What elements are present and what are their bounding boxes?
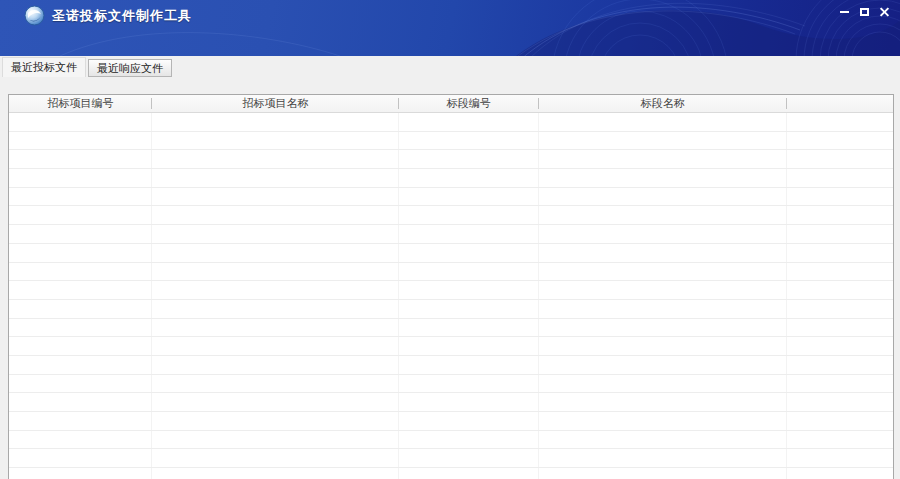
table-cell bbox=[787, 206, 893, 224]
titlebar[interactable]: 圣诺投标文件制作工具 bbox=[0, 0, 900, 56]
tab-strip: 最近投标文件最近响应文件 bbox=[2, 57, 172, 77]
table-cell bbox=[152, 431, 399, 449]
table-row[interactable] bbox=[9, 431, 893, 450]
table-cell bbox=[539, 188, 787, 206]
column-header-4[interactable] bbox=[787, 95, 893, 112]
table-cell bbox=[9, 431, 152, 449]
table-cell bbox=[539, 206, 787, 224]
table-row[interactable] bbox=[9, 169, 893, 188]
table-cell bbox=[539, 150, 787, 168]
table-cell bbox=[399, 225, 539, 243]
table-row[interactable] bbox=[9, 113, 893, 132]
close-button[interactable] bbox=[874, 4, 894, 20]
table-cell bbox=[152, 188, 399, 206]
table-cell bbox=[539, 300, 787, 318]
table-cell bbox=[399, 375, 539, 393]
table-cell bbox=[9, 244, 152, 262]
table-row[interactable] bbox=[9, 188, 893, 207]
table-cell bbox=[399, 449, 539, 467]
column-header-0[interactable]: 招标项目编号 bbox=[9, 95, 152, 112]
table-row[interactable] bbox=[9, 300, 893, 319]
tab-page: 招标项目编号招标项目名称标段编号标段名称 bbox=[0, 77, 900, 479]
table-cell bbox=[539, 319, 787, 337]
table-row[interactable] bbox=[9, 393, 893, 412]
data-grid: 招标项目编号招标项目名称标段编号标段名称 bbox=[8, 94, 894, 479]
column-header-3[interactable]: 标段名称 bbox=[539, 95, 787, 112]
table-cell bbox=[787, 150, 893, 168]
table-cell bbox=[539, 356, 787, 374]
table-row[interactable] bbox=[9, 132, 893, 151]
table-row[interactable] bbox=[9, 225, 893, 244]
table-cell bbox=[152, 393, 399, 411]
table-cell bbox=[399, 244, 539, 262]
table-cell bbox=[539, 468, 787, 479]
table-cell bbox=[9, 468, 152, 479]
table-row[interactable] bbox=[9, 412, 893, 431]
table-cell bbox=[787, 412, 893, 430]
table-cell bbox=[399, 319, 539, 337]
maximize-button[interactable] bbox=[854, 4, 874, 20]
table-cell bbox=[399, 300, 539, 318]
table-cell bbox=[539, 132, 787, 150]
table-cell bbox=[787, 188, 893, 206]
table-cell bbox=[152, 169, 399, 187]
table-cell bbox=[152, 281, 399, 299]
table-cell bbox=[9, 356, 152, 374]
table-cell bbox=[539, 337, 787, 355]
table-cell bbox=[9, 169, 152, 187]
table-cell bbox=[539, 281, 787, 299]
tab-recent-bid-files[interactable]: 最近投标文件 bbox=[2, 57, 86, 77]
table-cell bbox=[539, 375, 787, 393]
table-cell bbox=[539, 225, 787, 243]
grid-body bbox=[9, 113, 893, 479]
table-row[interactable] bbox=[9, 356, 893, 375]
minimize-icon bbox=[840, 11, 849, 13]
table-cell bbox=[399, 393, 539, 411]
table-cell bbox=[399, 150, 539, 168]
table-cell bbox=[399, 132, 539, 150]
table-row[interactable] bbox=[9, 319, 893, 338]
table-cell bbox=[787, 300, 893, 318]
table-cell bbox=[9, 150, 152, 168]
table-cell bbox=[399, 337, 539, 355]
column-header-1[interactable]: 招标项目名称 bbox=[152, 95, 399, 112]
table-cell bbox=[539, 449, 787, 467]
table-cell bbox=[399, 281, 539, 299]
table-cell bbox=[9, 449, 152, 467]
table-row[interactable] bbox=[9, 281, 893, 300]
maximize-icon bbox=[860, 8, 869, 16]
table-row[interactable] bbox=[9, 150, 893, 169]
table-row[interactable] bbox=[9, 449, 893, 468]
table-row[interactable] bbox=[9, 263, 893, 282]
table-row[interactable] bbox=[9, 244, 893, 263]
table-cell bbox=[399, 412, 539, 430]
table-cell bbox=[539, 113, 787, 131]
table-cell bbox=[787, 449, 893, 467]
table-cell bbox=[787, 468, 893, 479]
table-cell bbox=[152, 337, 399, 355]
table-cell bbox=[787, 263, 893, 281]
window-controls bbox=[834, 4, 894, 20]
table-cell bbox=[152, 412, 399, 430]
minimize-button[interactable] bbox=[834, 4, 854, 20]
table-row[interactable] bbox=[9, 468, 893, 479]
table-cell bbox=[787, 375, 893, 393]
table-cell bbox=[152, 468, 399, 479]
table-row[interactable] bbox=[9, 206, 893, 225]
table-cell bbox=[787, 169, 893, 187]
table-row[interactable] bbox=[9, 375, 893, 394]
table-cell bbox=[399, 431, 539, 449]
table-cell bbox=[539, 412, 787, 430]
table-row[interactable] bbox=[9, 337, 893, 356]
table-cell bbox=[787, 132, 893, 150]
table-cell bbox=[152, 150, 399, 168]
table-cell bbox=[787, 337, 893, 355]
column-header-2[interactable]: 标段编号 bbox=[399, 95, 539, 112]
table-cell bbox=[9, 300, 152, 318]
table-cell bbox=[152, 319, 399, 337]
tab-recent-response-files[interactable]: 最近响应文件 bbox=[88, 59, 172, 77]
table-cell bbox=[787, 356, 893, 374]
table-cell bbox=[9, 206, 152, 224]
window-title: 圣诺投标文件制作工具 bbox=[52, 7, 192, 25]
table-cell bbox=[539, 244, 787, 262]
